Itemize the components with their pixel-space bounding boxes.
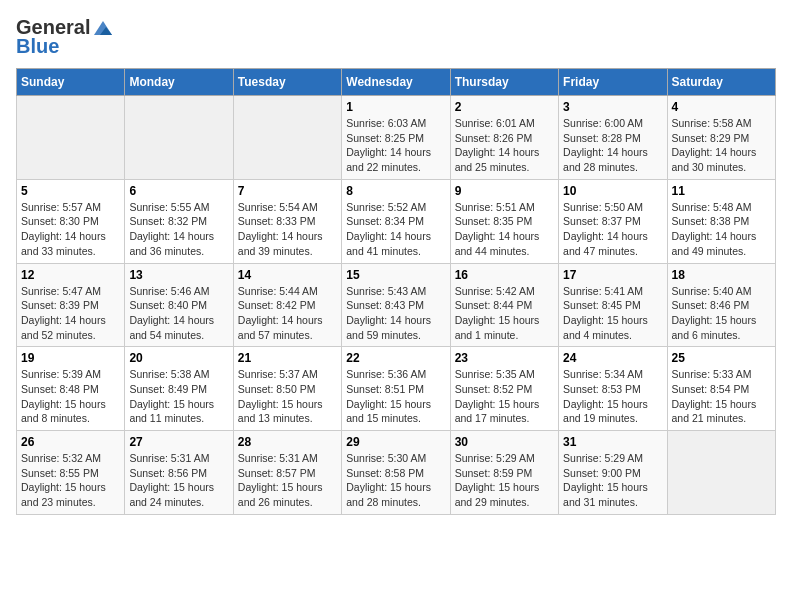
calendar-cell: 7Sunrise: 5:54 AMSunset: 8:33 PMDaylight… [233,179,341,263]
day-number: 26 [21,435,120,449]
day-number: 25 [672,351,771,365]
calendar-cell: 19Sunrise: 5:39 AMSunset: 8:48 PMDayligh… [17,347,125,431]
calendar-cell: 11Sunrise: 5:48 AMSunset: 8:38 PMDayligh… [667,179,775,263]
day-number: 27 [129,435,228,449]
calendar-cell: 12Sunrise: 5:47 AMSunset: 8:39 PMDayligh… [17,263,125,347]
calendar-cell: 18Sunrise: 5:40 AMSunset: 8:46 PMDayligh… [667,263,775,347]
calendar-cell: 16Sunrise: 5:42 AMSunset: 8:44 PMDayligh… [450,263,558,347]
calendar-cell: 4Sunrise: 5:58 AMSunset: 8:29 PMDaylight… [667,96,775,180]
calendar-cell: 14Sunrise: 5:44 AMSunset: 8:42 PMDayligh… [233,263,341,347]
calendar-cell: 1Sunrise: 6:03 AMSunset: 8:25 PMDaylight… [342,96,450,180]
day-number: 28 [238,435,337,449]
logo-icon [92,19,114,37]
calendar-cell: 31Sunrise: 5:29 AMSunset: 9:00 PMDayligh… [559,431,667,515]
day-number: 13 [129,268,228,282]
day-info: Sunrise: 5:39 AMSunset: 8:48 PMDaylight:… [21,367,120,426]
day-info: Sunrise: 5:35 AMSunset: 8:52 PMDaylight:… [455,367,554,426]
day-info: Sunrise: 5:29 AMSunset: 9:00 PMDaylight:… [563,451,662,510]
day-info: Sunrise: 6:00 AMSunset: 8:28 PMDaylight:… [563,116,662,175]
day-number: 31 [563,435,662,449]
day-info: Sunrise: 5:33 AMSunset: 8:54 PMDaylight:… [672,367,771,426]
calendar-cell: 24Sunrise: 5:34 AMSunset: 8:53 PMDayligh… [559,347,667,431]
calendar: SundayMondayTuesdayWednesdayThursdayFrid… [16,68,776,515]
day-info: Sunrise: 5:44 AMSunset: 8:42 PMDaylight:… [238,284,337,343]
day-number: 23 [455,351,554,365]
calendar-cell: 17Sunrise: 5:41 AMSunset: 8:45 PMDayligh… [559,263,667,347]
day-info: Sunrise: 5:36 AMSunset: 8:51 PMDaylight:… [346,367,445,426]
calendar-week-row: 1Sunrise: 6:03 AMSunset: 8:25 PMDaylight… [17,96,776,180]
day-info: Sunrise: 6:01 AMSunset: 8:26 PMDaylight:… [455,116,554,175]
calendar-cell: 13Sunrise: 5:46 AMSunset: 8:40 PMDayligh… [125,263,233,347]
calendar-week-row: 26Sunrise: 5:32 AMSunset: 8:55 PMDayligh… [17,431,776,515]
day-info: Sunrise: 5:51 AMSunset: 8:35 PMDaylight:… [455,200,554,259]
calendar-cell [667,431,775,515]
day-number: 3 [563,100,662,114]
day-number: 2 [455,100,554,114]
header-thursday: Thursday [450,69,558,96]
calendar-cell [125,96,233,180]
calendar-cell: 8Sunrise: 5:52 AMSunset: 8:34 PMDaylight… [342,179,450,263]
day-number: 21 [238,351,337,365]
day-number: 20 [129,351,228,365]
day-number: 16 [455,268,554,282]
day-number: 30 [455,435,554,449]
header: General Blue [16,16,776,58]
day-info: Sunrise: 5:58 AMSunset: 8:29 PMDaylight:… [672,116,771,175]
calendar-cell: 5Sunrise: 5:57 AMSunset: 8:30 PMDaylight… [17,179,125,263]
calendar-header-row: SundayMondayTuesdayWednesdayThursdayFrid… [17,69,776,96]
day-info: Sunrise: 5:40 AMSunset: 8:46 PMDaylight:… [672,284,771,343]
calendar-cell: 2Sunrise: 6:01 AMSunset: 8:26 PMDaylight… [450,96,558,180]
calendar-cell: 9Sunrise: 5:51 AMSunset: 8:35 PMDaylight… [450,179,558,263]
day-number: 17 [563,268,662,282]
header-tuesday: Tuesday [233,69,341,96]
calendar-cell: 21Sunrise: 5:37 AMSunset: 8:50 PMDayligh… [233,347,341,431]
day-info: Sunrise: 5:41 AMSunset: 8:45 PMDaylight:… [563,284,662,343]
day-info: Sunrise: 5:47 AMSunset: 8:39 PMDaylight:… [21,284,120,343]
day-info: Sunrise: 5:29 AMSunset: 8:59 PMDaylight:… [455,451,554,510]
logo-blue-text: Blue [16,35,59,58]
header-sunday: Sunday [17,69,125,96]
calendar-week-row: 5Sunrise: 5:57 AMSunset: 8:30 PMDaylight… [17,179,776,263]
day-info: Sunrise: 5:42 AMSunset: 8:44 PMDaylight:… [455,284,554,343]
day-info: Sunrise: 5:34 AMSunset: 8:53 PMDaylight:… [563,367,662,426]
calendar-week-row: 12Sunrise: 5:47 AMSunset: 8:39 PMDayligh… [17,263,776,347]
day-info: Sunrise: 5:50 AMSunset: 8:37 PMDaylight:… [563,200,662,259]
calendar-cell: 3Sunrise: 6:00 AMSunset: 8:28 PMDaylight… [559,96,667,180]
day-number: 12 [21,268,120,282]
calendar-cell [233,96,341,180]
day-info: Sunrise: 5:52 AMSunset: 8:34 PMDaylight:… [346,200,445,259]
day-info: Sunrise: 5:32 AMSunset: 8:55 PMDaylight:… [21,451,120,510]
day-number: 18 [672,268,771,282]
calendar-week-row: 19Sunrise: 5:39 AMSunset: 8:48 PMDayligh… [17,347,776,431]
day-number: 4 [672,100,771,114]
calendar-cell: 20Sunrise: 5:38 AMSunset: 8:49 PMDayligh… [125,347,233,431]
day-info: Sunrise: 5:46 AMSunset: 8:40 PMDaylight:… [129,284,228,343]
day-info: Sunrise: 5:43 AMSunset: 8:43 PMDaylight:… [346,284,445,343]
day-number: 14 [238,268,337,282]
day-info: Sunrise: 5:55 AMSunset: 8:32 PMDaylight:… [129,200,228,259]
day-number: 5 [21,184,120,198]
day-info: Sunrise: 6:03 AMSunset: 8:25 PMDaylight:… [346,116,445,175]
calendar-cell: 29Sunrise: 5:30 AMSunset: 8:58 PMDayligh… [342,431,450,515]
header-friday: Friday [559,69,667,96]
day-info: Sunrise: 5:48 AMSunset: 8:38 PMDaylight:… [672,200,771,259]
header-saturday: Saturday [667,69,775,96]
day-number: 15 [346,268,445,282]
calendar-cell [17,96,125,180]
day-number: 10 [563,184,662,198]
calendar-cell: 25Sunrise: 5:33 AMSunset: 8:54 PMDayligh… [667,347,775,431]
day-number: 11 [672,184,771,198]
calendar-cell: 30Sunrise: 5:29 AMSunset: 8:59 PMDayligh… [450,431,558,515]
header-wednesday: Wednesday [342,69,450,96]
calendar-cell: 26Sunrise: 5:32 AMSunset: 8:55 PMDayligh… [17,431,125,515]
calendar-cell: 27Sunrise: 5:31 AMSunset: 8:56 PMDayligh… [125,431,233,515]
day-number: 6 [129,184,228,198]
day-number: 22 [346,351,445,365]
day-number: 19 [21,351,120,365]
header-monday: Monday [125,69,233,96]
calendar-cell: 15Sunrise: 5:43 AMSunset: 8:43 PMDayligh… [342,263,450,347]
calendar-cell: 22Sunrise: 5:36 AMSunset: 8:51 PMDayligh… [342,347,450,431]
day-info: Sunrise: 5:57 AMSunset: 8:30 PMDaylight:… [21,200,120,259]
day-info: Sunrise: 5:54 AMSunset: 8:33 PMDaylight:… [238,200,337,259]
day-info: Sunrise: 5:38 AMSunset: 8:49 PMDaylight:… [129,367,228,426]
